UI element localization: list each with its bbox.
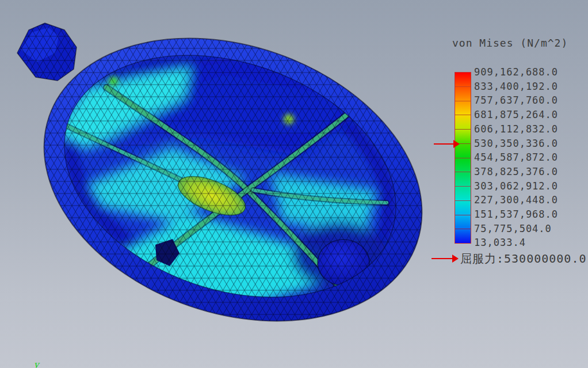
cad-viewport[interactable]: von Mises (N/m^2) 909,162,688.0833,400,1… [0,0,588,368]
legend-segment [455,172,471,186]
triad-y-axis-label: y [34,359,39,368]
yield-arrow-icon [432,255,459,263]
legend-value: 378,825,376.0 [474,166,558,177]
arrow-head [453,140,460,148]
legend-value: 681,875,264.0 [474,109,558,120]
legend-bar [455,72,471,244]
legend-segment [455,73,471,86]
legend-value: 75,775,504.0 [474,223,552,234]
legend-value: 303,062,912.0 [474,181,558,191]
stress-legend: von Mises (N/m^2) 909,162,688.0833,400,1… [0,0,588,368]
arrow-line [432,258,452,259]
legend-labels: 909,162,688.0833,400,192.0757,637,760.06… [474,72,586,251]
legend-segment [455,200,471,215]
legend-title: von Mises (N/m^2) [452,37,568,49]
legend-segment [455,86,471,101]
legend-value: 530,350,336.0 [474,138,558,149]
arrow-line [434,143,453,145]
legend-value: 454,587,872.0 [474,152,558,162]
legend-segment [455,115,471,129]
legend-value: 151,537,968.0 [474,209,558,219]
yield-strength-label: 屈服力:530000000.0 [460,251,587,267]
legend-segment [455,101,471,115]
max-stress-arrow-icon [434,140,460,148]
legend-segment [455,229,471,243]
arrow-head [452,255,459,263]
legend-value: 833,400,192.0 [474,81,558,92]
legend-segment [455,158,471,172]
legend-value: 227,300,448.0 [474,195,558,205]
legend-value: 909,162,688.0 [474,67,558,77]
legend-value: 757,637,760.0 [474,95,558,105]
legend-segment [455,186,471,200]
legend-value: 606,112,832.0 [474,124,558,134]
legend-value: 13,033.4 [474,237,526,248]
legend-segment [455,215,471,229]
